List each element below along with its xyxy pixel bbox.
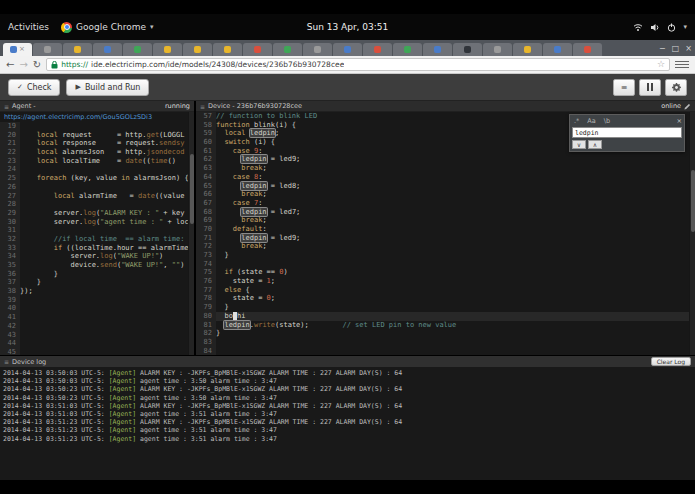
code-line-64[interactable]: 64 case 8: — [196, 173, 695, 182]
activities-button[interactable]: Activities — [8, 22, 49, 32]
browser-tab-10[interactable] — [273, 43, 302, 56]
browser-tab-2[interactable] — [33, 43, 62, 56]
code-line-23[interactable]: 23 local localTime = date((time() — [0, 157, 194, 166]
code-line-21[interactable]: 21 local response = request.sendsy — [0, 139, 194, 148]
system-tray[interactable]: ▾ — [633, 23, 695, 32]
agent-scrollbar[interactable] — [188, 112, 194, 355]
maximize-button[interactable]: □ — [672, 44, 680, 53]
tab-close-icon[interactable]: × — [19, 46, 25, 53]
bookmark-star-icon[interactable]: ☆ — [657, 60, 665, 69]
device-pane-header[interactable]: ≡ Device - 236b76b930728cee online — [196, 101, 695, 112]
code-line-76[interactable]: 76 state = 1; — [196, 277, 695, 286]
code-line-65[interactable]: 65 ledpin = led8; — [196, 182, 695, 191]
settings-button[interactable] — [665, 79, 687, 96]
code-line-77[interactable]: 77 else { — [196, 286, 695, 295]
clear-log-button[interactable]: Clear Log — [651, 357, 691, 366]
browser-tab-6[interactable] — [153, 43, 182, 56]
code-line-67[interactable]: 67 case 7: — [196, 199, 695, 208]
browser-tab-14[interactable] — [393, 43, 422, 56]
app-menu[interactable]: Google Chrome ▾ — [61, 22, 153, 33]
browser-tab-3[interactable] — [63, 43, 92, 56]
code-line-41[interactable]: 41 — [0, 313, 194, 322]
split-view-button[interactable] — [639, 79, 661, 96]
browser-tab-19[interactable] — [543, 43, 572, 56]
browser-tab-5[interactable] — [123, 43, 152, 56]
search-input[interactable] — [572, 127, 682, 138]
code-line-20[interactable]: 20 local request = http.get(LOGGL — [0, 131, 194, 140]
device-log-body[interactable]: 2014-04-13 03:50:03 UTC-5: [Agent] ALARM… — [0, 367, 695, 480]
code-line-70[interactable]: 70 default: — [196, 225, 695, 234]
browser-tab-9[interactable] — [243, 43, 272, 56]
code-line-78[interactable]: 78 state = 0; — [196, 294, 695, 303]
model-list-button[interactable]: ≡ — [613, 79, 635, 96]
code-line-45[interactable]: 45 — [0, 348, 194, 355]
code-line-81[interactable]: 81 ledpin.write(state); // set LED pin t… — [196, 321, 695, 330]
code-line-37[interactable]: 37 } — [0, 278, 194, 287]
browser-tab-18[interactable] — [513, 43, 542, 56]
browser-tab-20[interactable] — [573, 43, 602, 56]
browser-tab-7[interactable] — [183, 43, 212, 56]
code-line-33[interactable]: 33 if ((localTime.hour == alarmTime — [0, 244, 194, 253]
agent-code-editor[interactable]: 1920 local request = http.get(LOGGL21 lo… — [0, 122, 194, 355]
code-line-19[interactable]: 19 — [0, 122, 194, 131]
code-line-27[interactable]: 27 local alarmTime = date((value — [0, 192, 194, 201]
agent-pane-header[interactable]: ≡ Agent - running — [0, 101, 194, 112]
code-line-40[interactable]: 40 — [0, 304, 194, 313]
search-option-regex[interactable]: .* — [572, 117, 581, 125]
build-and-run-button[interactable]: ▶ Build and Run — [66, 79, 149, 96]
code-line-39[interactable]: 39 — [0, 296, 194, 305]
close-button[interactable]: × — [685, 44, 692, 53]
browser-tab-15[interactable] — [423, 43, 452, 56]
code-line-69[interactable]: 69 break; — [196, 216, 695, 225]
code-line-83[interactable]: 83 — [196, 338, 695, 347]
code-line-74[interactable]: 74 — [196, 260, 695, 269]
close-search-icon[interactable]: × — [677, 117, 682, 125]
code-line-82[interactable]: 82} — [196, 329, 695, 338]
code-line-43[interactable]: 43 — [0, 331, 194, 340]
code-line-79[interactable]: 79 } — [196, 303, 695, 312]
back-button[interactable]: ← — [6, 60, 14, 70]
code-line-32[interactable]: 32 //if local time == alarm time: — [0, 235, 194, 244]
search-option-case-sensitive[interactable]: Aa — [585, 117, 597, 125]
forward-button[interactable]: → — [19, 60, 27, 70]
code-line-44[interactable]: 44 — [0, 339, 194, 348]
code-line-34[interactable]: 34 server.log("WAKE UP!") — [0, 252, 194, 261]
browser-tab-16[interactable] — [453, 43, 482, 56]
browser-tab-17[interactable] — [483, 43, 512, 56]
code-line-31[interactable]: 31 — [0, 226, 194, 235]
check-button[interactable]: ✓ Check — [8, 79, 60, 96]
code-line-29[interactable]: 29 server.log("ALARM KEY : " + key — [0, 209, 194, 218]
code-line-26[interactable]: 26 — [0, 183, 194, 192]
code-line-62[interactable]: 62 ledpin = led9; — [196, 155, 695, 164]
url-input[interactable]: https:// ide.electricimp.com/ide/models/… — [46, 58, 670, 71]
clock[interactable]: Sun 13 Apr, 03:51 — [307, 22, 389, 32]
code-line-84[interactable]: 84 — [196, 347, 695, 355]
chrome-menu-icon[interactable] — [675, 59, 689, 71]
code-line-71[interactable]: 71 ledpin = led9; — [196, 234, 695, 243]
code-line-66[interactable]: 66 break; — [196, 190, 695, 199]
find-prev-button[interactable]: ∧ — [588, 140, 602, 149]
code-line-25[interactable]: 25 foreach (key, value in alarmsJson) { — [0, 174, 194, 183]
device-log-header[interactable]: ≡ Device log Clear Log — [0, 356, 695, 367]
code-line-73[interactable]: 73 } — [196, 251, 695, 260]
code-line-35[interactable]: 35 device.send("WAKE UP!", "") — [0, 261, 194, 270]
code-line-80[interactable]: 80 bo hi — [196, 312, 695, 321]
code-line-38[interactable]: 38}); — [0, 287, 194, 296]
code-line-75[interactable]: 75 if (state == 0) — [196, 268, 695, 277]
browser-tab-13[interactable] — [363, 43, 392, 56]
code-line-28[interactable]: 28 — [0, 200, 194, 209]
code-line-22[interactable]: 22 local alarmsJson = http.jsondecod — [0, 148, 194, 157]
browser-tab-4[interactable] — [93, 43, 122, 56]
code-line-42[interactable]: 42 — [0, 322, 194, 331]
browser-tab-1[interactable]: × — [3, 43, 32, 56]
code-line-30[interactable]: 30 server.log("agent time : " + loc — [0, 218, 194, 227]
browser-tab-11[interactable] — [303, 43, 332, 56]
find-next-button[interactable]: ∨ — [572, 140, 586, 149]
code-line-63[interactable]: 63 break; — [196, 164, 695, 173]
reload-button[interactable]: ↻ — [33, 60, 41, 70]
device-scrollbar[interactable] — [689, 112, 695, 355]
search-option-whole-word[interactable]: \b — [602, 117, 612, 125]
browser-tab-12[interactable] — [333, 43, 362, 56]
minimize-button[interactable]: − — [659, 44, 666, 53]
code-line-68[interactable]: 68 ledpin = led7; — [196, 208, 695, 217]
